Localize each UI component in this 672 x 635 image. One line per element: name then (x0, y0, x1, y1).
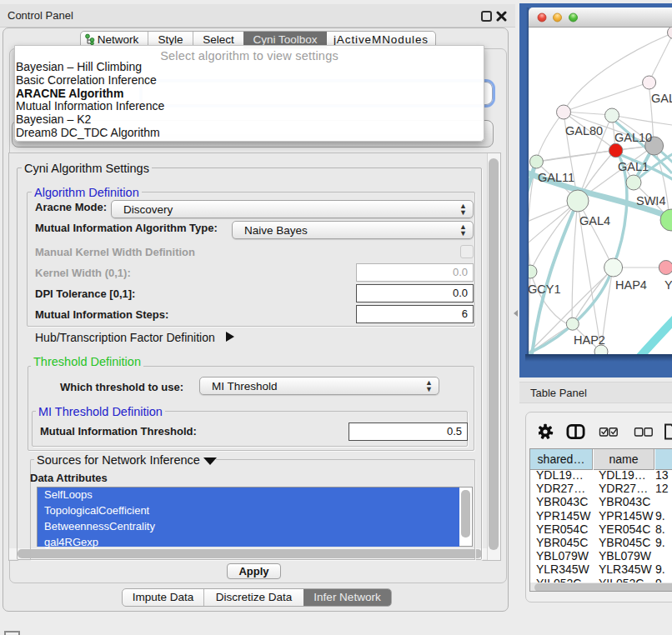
svg-text:GAL10: GAL10 (614, 131, 652, 144)
svg-text:GCY1: GCY1 (529, 282, 561, 296)
svg-text:HAP2: HAP2 (574, 333, 605, 347)
svg-text:SWI4: SWI4 (636, 194, 665, 208)
svg-text:GAL4: GAL4 (579, 214, 610, 228)
svg-text:GAL1: GAL1 (618, 160, 649, 173)
svg-text:HAP4: HAP4 (615, 278, 647, 292)
svg-text:GAL11: GAL11 (538, 171, 574, 184)
svg-text:Y: Y (664, 278, 672, 292)
svg-text:GAL80: GAL80 (565, 124, 603, 138)
svg-text:GAL7: GAL7 (651, 92, 672, 105)
